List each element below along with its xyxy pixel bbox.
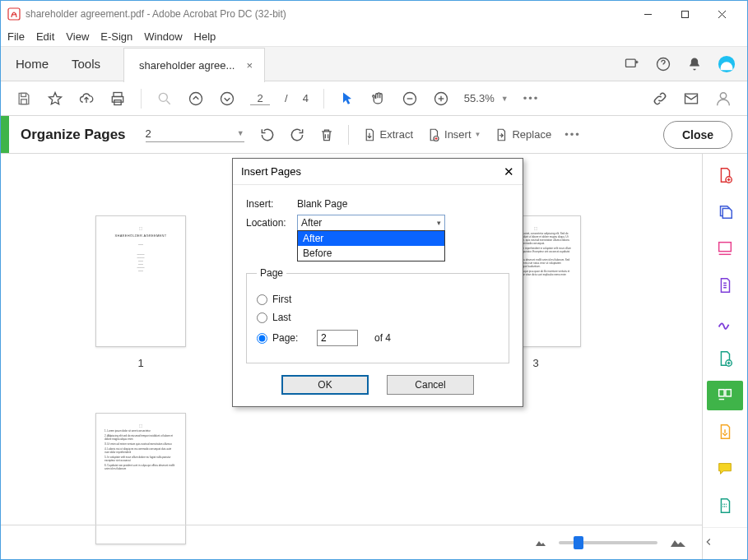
menu-window[interactable]: Window xyxy=(144,30,182,43)
menu-esign[interactable]: E-Sign xyxy=(100,30,132,43)
radio-page[interactable] xyxy=(257,333,267,344)
add-page-tool[interactable] xyxy=(707,344,743,374)
email-icon[interactable] xyxy=(683,90,699,107)
organize-page-select[interactable]: 2 ▼ xyxy=(146,127,244,142)
organize-page-select-value: 2 xyxy=(146,127,151,140)
zoom-level: 55.3% xyxy=(464,92,495,104)
create-pdf-tool[interactable] xyxy=(707,160,743,191)
page-number-field[interactable] xyxy=(317,330,358,346)
combine-files-tool[interactable] xyxy=(707,197,743,228)
search-icon[interactable] xyxy=(156,90,173,107)
scan-ocr-tool[interactable] xyxy=(707,490,743,521)
location-option-before[interactable]: Before xyxy=(298,246,444,261)
window-close-button[interactable] xyxy=(704,1,741,27)
svg-rect-10 xyxy=(114,92,122,96)
zoom-out-icon[interactable] xyxy=(402,90,418,107)
svg-rect-30 xyxy=(719,243,732,252)
insert-button[interactable]: Insert ▼ xyxy=(426,127,481,142)
location-option-after[interactable]: After xyxy=(298,231,444,246)
close-panel-button[interactable]: Close xyxy=(663,121,732,149)
menu-edit[interactable]: Edit xyxy=(36,30,54,43)
rotate-ccw-icon[interactable] xyxy=(259,127,276,143)
tab-tools[interactable]: Tools xyxy=(72,57,100,71)
link-icon[interactable] xyxy=(652,90,668,107)
organize-pages-title: Organize Pages xyxy=(21,127,126,143)
chevron-down-icon: ▼ xyxy=(501,95,509,103)
menu-bar: File Edit View E-Sign Window Help xyxy=(1,27,747,47)
cloud-upload-icon[interactable] xyxy=(78,90,95,107)
menu-view[interactable]: View xyxy=(66,30,89,43)
hand-tool-icon[interactable] xyxy=(370,90,387,107)
send-comments-tool[interactable] xyxy=(707,417,743,447)
window-maximize-button[interactable] xyxy=(667,1,704,27)
select-tool-icon[interactable] xyxy=(339,90,355,107)
replace-label: Replace xyxy=(512,128,551,141)
small-thumbs-icon[interactable] xyxy=(534,538,547,548)
save-icon[interactable] xyxy=(16,90,32,107)
page-thumbnail-1[interactable]: ⬚ SHAREHOLDER AGREEMENT —— —————————————… xyxy=(95,215,186,369)
rotate-cw-icon[interactable] xyxy=(289,127,305,143)
menu-file[interactable]: File xyxy=(7,30,25,43)
page-number-input[interactable]: 2 xyxy=(250,92,270,105)
page-legend: Page xyxy=(257,267,286,279)
window-title: shareholder agreement.pdf - Adobe Acroba… xyxy=(26,8,286,20)
svg-point-13 xyxy=(159,93,167,101)
organize-pages-tool[interactable] xyxy=(707,381,743,411)
right-tool-pane xyxy=(702,154,747,559)
main-toolbar: 2 / 4 55.3% ▼ ••• xyxy=(1,81,747,116)
ok-button[interactable]: OK xyxy=(281,375,369,395)
tab-document-label: shareholder agree... xyxy=(139,59,235,72)
zoom-level-dropdown[interactable]: 55.3% ▼ xyxy=(464,92,509,104)
window-minimize-button[interactable] xyxy=(630,1,667,27)
svg-rect-5 xyxy=(626,59,636,67)
tab-close-icon[interactable]: × xyxy=(246,59,253,72)
of-pages-label: of 4 xyxy=(374,332,391,344)
location-dropdown[interactable]: After ▾ xyxy=(297,215,445,231)
replace-button[interactable]: Replace xyxy=(494,127,551,142)
thumb-size-slider[interactable] xyxy=(559,541,657,544)
star-icon[interactable] xyxy=(47,90,63,107)
trash-icon[interactable] xyxy=(318,127,335,143)
tab-row: Home Tools shareholder agree... × xyxy=(1,47,747,81)
export-pdf-tool[interactable] xyxy=(707,271,743,301)
expand-pane-icon[interactable] xyxy=(703,527,747,559)
fill-sign-tool[interactable] xyxy=(707,307,743,337)
zoom-in-icon[interactable] xyxy=(433,90,449,107)
page-up-icon[interactable] xyxy=(188,90,204,107)
title-bar: shareholder agreement.pdf - Adobe Acroba… xyxy=(1,1,747,27)
page-down-icon[interactable] xyxy=(219,90,235,107)
thumbnail-label: 1 xyxy=(95,357,186,369)
svg-rect-8 xyxy=(21,93,26,96)
extract-button[interactable]: Extract xyxy=(362,127,413,142)
more-icon[interactable]: ••• xyxy=(523,92,540,104)
chevron-down-icon: ▾ xyxy=(437,219,441,227)
accent-bar xyxy=(1,116,9,153)
location-dropdown-value: After xyxy=(301,217,322,229)
more-tools-icon[interactable]: ••• xyxy=(564,128,581,141)
radio-last-label: Last xyxy=(272,312,291,323)
tab-home[interactable]: Home xyxy=(16,57,49,71)
dialog-titlebar: Insert Pages ✕ xyxy=(233,159,523,185)
notifications-icon[interactable] xyxy=(686,56,703,72)
cancel-button[interactable]: Cancel xyxy=(387,375,474,395)
profile-icon[interactable] xyxy=(714,90,732,108)
help-icon[interactable] xyxy=(655,56,671,72)
cancel-button-label: Cancel xyxy=(415,379,445,391)
extract-label: Extract xyxy=(380,128,413,141)
large-thumbs-icon[interactable] xyxy=(669,537,687,548)
page-fieldset: Page First Last Page: of 4 xyxy=(246,267,509,363)
comment-tool[interactable] xyxy=(707,454,743,484)
add-device-icon[interactable] xyxy=(624,56,640,72)
radio-first[interactable] xyxy=(257,294,267,305)
radio-last[interactable] xyxy=(257,312,267,323)
menu-help[interactable]: Help xyxy=(194,30,216,43)
account-icon[interactable] xyxy=(718,55,736,73)
svg-rect-9 xyxy=(21,99,27,104)
dialog-close-button[interactable]: ✕ xyxy=(504,164,514,179)
edit-pdf-tool[interactable] xyxy=(707,234,743,264)
location-dropdown-list: After Before xyxy=(297,230,445,261)
page-separator: / xyxy=(285,92,288,104)
print-icon[interactable] xyxy=(109,90,126,107)
tab-document[interactable]: shareholder agree... × xyxy=(123,48,265,82)
insert-pages-dialog: Insert Pages ✕ Insert: Blank Page Locati… xyxy=(232,158,523,407)
